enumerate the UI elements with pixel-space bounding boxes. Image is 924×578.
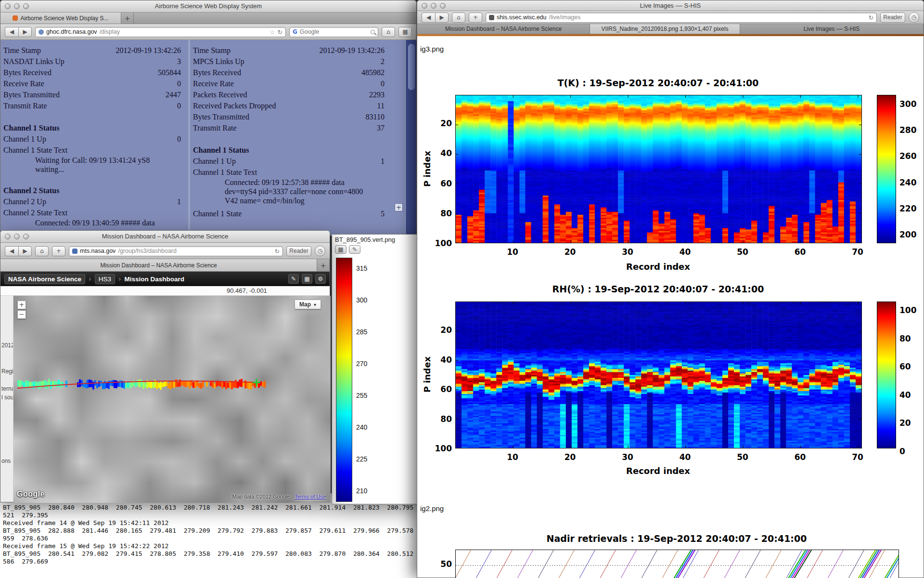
view-mode-button[interactable]: ▦ — [335, 245, 346, 254]
new-tab-button[interactable]: + — [317, 259, 330, 271]
settings-gear-icon[interactable]: ⚙ — [315, 274, 326, 284]
colorbar-tick-label: 0 — [899, 447, 917, 456]
x-tick-label: 10 — [498, 452, 527, 462]
refresh-icon[interactable]: ↻ — [278, 28, 282, 36]
colorbar-tick-label: 225 — [356, 455, 367, 463]
section-header: Channel 1 Status — [190, 144, 407, 156]
close-button[interactable] — [422, 3, 427, 9]
minimize-button[interactable] — [431, 3, 436, 9]
back-button[interactable]: ◀ — [422, 13, 435, 23]
new-tab-button[interactable]: + — [469, 13, 482, 23]
tab-airborne-science[interactable]: Airborne Science Web Display S... — [0, 13, 121, 24]
close-button[interactable] — [5, 234, 11, 239]
search-input[interactable] — [300, 28, 368, 35]
tab-label: Airborne Science Web Display S... — [20, 15, 108, 22]
stat-label: Time Stamp — [3, 45, 41, 56]
clipped-text-fragment: l sou — [1, 394, 13, 401]
history-nav: ◀ ▶ — [5, 27, 32, 37]
home-button[interactable]: ⌂ — [382, 27, 395, 37]
zoom-button[interactable] — [440, 3, 446, 9]
reader-button[interactable]: Reader — [286, 246, 311, 256]
tab-viirs-image[interactable]: VIIRS_Nadine_20120918.png 1,930×1,407 pi… — [590, 24, 740, 34]
layout-icon[interactable]: ▦ — [302, 274, 312, 284]
stat-row: Channel 1 State 5 — [190, 208, 407, 219]
state-text-label: Channel 2 State Text — [3, 207, 67, 218]
window-mission-dashboard[interactable]: Mission Dashboard – NASA Airborne Scienc… — [0, 230, 330, 502]
bookmark-star-icon[interactable]: ☆ — [270, 28, 275, 36]
home-button[interactable]: ⌂ — [452, 13, 465, 23]
zoom-button[interactable] — [23, 234, 29, 239]
stat-label: Channel 2 Up — [3, 196, 46, 207]
print-button[interactable]: ▦ — [398, 27, 412, 37]
nadir-plot-title: Nadir retrievals : 19-Sep-2012 20:40:07 … — [455, 533, 898, 544]
refresh-icon[interactable]: ↻ — [275, 248, 280, 255]
window-controls — [422, 3, 446, 9]
tab-label: VIIRS_Nadine_20120918.png 1,930×1,407 pi… — [602, 26, 729, 32]
zoom-button[interactable] — [23, 3, 29, 9]
stat-row: Bytes Received 505844 — [0, 67, 188, 78]
map-area[interactable]: 2012-(Regiternal souons + − Map ▾ Google… — [0, 296, 330, 502]
clipped-text-fragment: terna — [1, 385, 13, 392]
tab-live-images[interactable]: Live Images –– S-HIS — [740, 24, 924, 34]
zoom-out-button[interactable]: − — [17, 310, 26, 319]
zoom-in-button[interactable]: + — [17, 301, 26, 309]
coordinate-readout-strip: 90.467, -0.001 — [0, 286, 330, 296]
scrollbar-thumb[interactable] — [408, 44, 415, 90]
colorbar-tick-label: 20 — [899, 418, 917, 428]
search-icon[interactable] — [371, 30, 375, 34]
forward-button[interactable]: ▶ — [18, 27, 32, 37]
expand-button[interactable]: + — [395, 203, 403, 211]
satellite-map-canvas[interactable] — [13, 296, 331, 503]
edit-icon[interactable]: ✎ — [288, 274, 299, 284]
search-field[interactable]: G — [289, 27, 378, 37]
t-plot-xlabel: Record index — [455, 262, 861, 272]
clipped-text-fragment: 2012-( — [1, 342, 13, 349]
x-tick-label: 10 — [498, 247, 527, 257]
y-tick-label: 100 — [429, 444, 452, 453]
breadcrumb-root[interactable]: NASA Airborne Science — [4, 274, 85, 284]
stat-label: Channel 1 Up — [193, 156, 236, 167]
history-button[interactable]: ◷ — [315, 246, 325, 256]
tab-mission-dashboard[interactable]: Mission Dashboard – NASA Airborne Scienc… — [0, 259, 317, 271]
terms-of-use-link[interactable]: Terms of Use — [295, 494, 326, 499]
tab-mission-dashboard[interactable]: Mission Dashboard – NASA Airborne Scienc… — [417, 24, 590, 34]
tab-label: Live Images –– S-HIS — [804, 26, 860, 32]
titlebar[interactable]: Mission Dashboard – NASA Airborne Scienc… — [0, 231, 330, 243]
new-tab-button[interactable]: + — [52, 246, 65, 256]
titlebar[interactable]: Live Images –– S-HIS — [417, 0, 924, 11]
refresh-icon[interactable]: ↻ — [869, 14, 873, 21]
stat-label: MPCS Links Up — [193, 56, 244, 67]
map-type-dropdown[interactable]: Map ▾ — [295, 300, 321, 309]
back-button[interactable]: ◀ — [5, 246, 18, 256]
window-controls — [5, 234, 29, 239]
window-colorbar-image[interactable]: BT_895_905.vert.png ▦ ✎ 3153002852702552… — [332, 234, 424, 504]
titlebar[interactable]: Airborne Science Web Display System — [0, 0, 416, 13]
tab-favicon — [13, 15, 18, 21]
breadcrumb-hs3[interactable]: HS3 — [95, 274, 115, 284]
window-shis-live-images[interactable]: Live Images –– S-HIS ◀ ▶ ⌂ + shis.ssec.w… — [417, 0, 924, 578]
x-tick-label: 70 — [843, 452, 872, 462]
back-button[interactable]: ◀ — [5, 27, 18, 37]
address-bar[interactable]: ghoc.dfrc.nasa.gov/display ☆ ↻ — [35, 27, 286, 37]
address-bar[interactable]: mts.nasa.gov/group/hs3/dashboard ↻ — [69, 246, 283, 256]
resize-grip[interactable] — [323, 495, 329, 501]
minimize-button[interactable] — [14, 3, 20, 9]
site-favicon — [72, 249, 77, 254]
forward-button[interactable]: ▶ — [18, 246, 32, 256]
breadcrumb-current: Mission Dashboard — [125, 276, 185, 283]
close-button[interactable] — [5, 3, 11, 9]
history-button[interactable]: ◷ — [909, 12, 919, 23]
home-button[interactable]: ⌂ — [35, 246, 49, 256]
annotate-button[interactable]: ✎ — [349, 245, 360, 254]
stat-row: Receive Rate 0 — [0, 78, 188, 89]
address-bar[interactable]: shis.ssec.wisc.edu/live/images ↻ — [486, 13, 877, 23]
new-tab-button[interactable]: + — [121, 13, 134, 24]
reader-button[interactable]: Reader — [880, 13, 905, 23]
vertical-scrollbar[interactable] — [406, 40, 416, 236]
nadir-plot — [455, 550, 899, 578]
window-airborne-science[interactable]: Airborne Science Web Display System Airb… — [0, 0, 417, 236]
y-tick-label: 80 — [429, 209, 452, 218]
stat-row: Time Stamp 2012-09-19 13:42:26 — [0, 45, 188, 56]
minimize-button[interactable] — [14, 234, 20, 239]
forward-button[interactable]: ▶ — [435, 13, 449, 23]
